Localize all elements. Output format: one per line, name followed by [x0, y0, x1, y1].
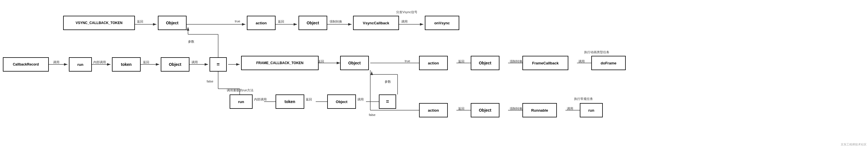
label-return-action3: 返回	[458, 107, 464, 111]
node-object5: Object	[327, 95, 356, 109]
label-vsync-signal: 分发Vsync信号	[396, 10, 417, 14]
node-runnable: Runnable	[522, 103, 557, 117]
node-callbackrecord: CallbackRecord	[3, 57, 49, 72]
node-framecallback: FrameCallback	[522, 56, 568, 70]
label-overload-run: 调用重载的run方法	[227, 88, 253, 92]
node-doframe: doFrame	[591, 56, 626, 70]
label-coerce-vsync: 强制转换	[330, 20, 342, 24]
node-equals2: =	[379, 95, 396, 109]
node-run1: run	[69, 57, 92, 72]
node-object4: Object	[340, 56, 369, 70]
label-return-token2: 返回	[306, 97, 312, 102]
node-vsync-token: VSYNC_CALLBACK_TOKEN	[63, 16, 135, 30]
label-return-action1: 返回	[278, 20, 284, 24]
label-parameter1: 参数	[188, 39, 194, 44]
label-return-token1: 返回	[143, 60, 149, 64]
node-token1: token	[112, 57, 141, 72]
node-object6: Object	[471, 56, 499, 70]
label-true1: true	[235, 20, 240, 23]
node-run2: run	[229, 95, 253, 109]
label-regular-task: 执行常规任务	[574, 97, 593, 101]
label-call-equals1: 调用	[191, 60, 198, 64]
label-coerce-runnable: 强制转换	[510, 107, 522, 111]
label-call-onvsync: 调用	[401, 20, 408, 24]
label-call-run3: 调用	[567, 107, 573, 111]
node-action2: action	[419, 56, 448, 70]
node-vsynccallback: VsyncCallback	[353, 16, 399, 30]
node-object2: Object	[158, 16, 187, 30]
label-return-frame: 返回	[318, 59, 324, 64]
node-frame-token: FRAME_CALLBACK_TOKEN	[241, 56, 319, 70]
label-false1: false	[207, 80, 213, 83]
node-equals1: =	[210, 57, 227, 72]
label-call-run1: 调用	[53, 60, 59, 64]
label-parameter2: 参数	[384, 80, 391, 84]
node-onvsync: onVsync	[425, 16, 459, 30]
label-frame-task: 执行动画类型任务	[584, 50, 609, 54]
node-action1: action	[247, 16, 276, 30]
label-return-vsync: 返回	[137, 20, 143, 24]
label-call-doframe: 调用	[578, 59, 585, 64]
node-token2: token	[276, 95, 304, 109]
node-object3: Object	[299, 16, 327, 30]
label-internal-call1: 内部调用	[93, 60, 106, 64]
node-object1: Object	[161, 57, 189, 72]
node-run3: run	[580, 103, 603, 117]
label-return-action2: 返回	[458, 59, 464, 64]
label-false2: false	[369, 113, 375, 116]
label-call-equals2: 调用	[358, 97, 364, 102]
label-internal-call2: 内部调用	[254, 97, 267, 102]
label-coerce-frame: 强制转换	[510, 59, 522, 64]
node-action3: action	[419, 103, 448, 117]
label-true2: true	[405, 59, 410, 63]
node-object7: Object	[471, 103, 499, 117]
watermark: 京东工程师技术社区	[841, 143, 867, 147]
diagram: CallbackRecord run token Object = VSYNC_…	[0, 0, 868, 148]
